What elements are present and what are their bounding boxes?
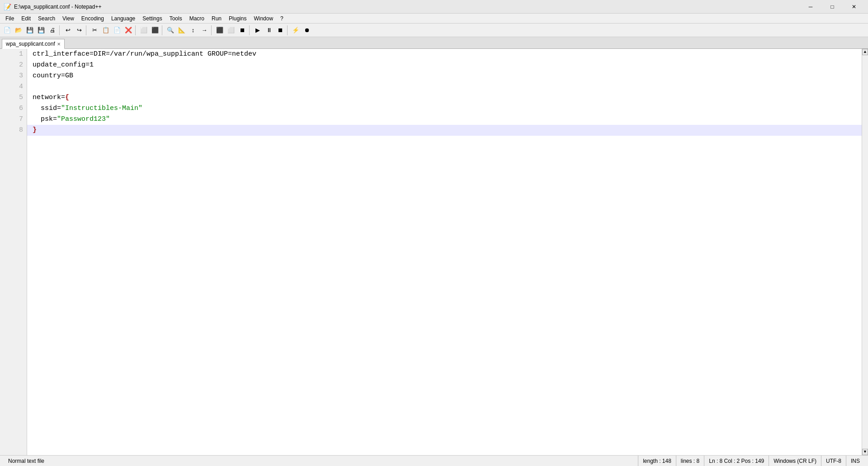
menu-item-encoding[interactable]: Encoding xyxy=(78,14,108,23)
menu-item-tools[interactable]: Tools xyxy=(166,14,186,23)
copy-toolbar-button[interactable]: 📋 xyxy=(100,25,111,36)
title-bar-left: 📝 E:\wpa_supplicant.conf - Notepad++ xyxy=(4,3,101,10)
minimize-button[interactable]: ─ xyxy=(800,0,821,14)
line-number-1: 1 xyxy=(0,49,27,60)
line-number-8: 8 xyxy=(0,125,27,136)
window-title: E:\wpa_supplicant.conf - Notepad++ xyxy=(14,4,101,10)
scrollbar-right[interactable]: ▲ ▼ xyxy=(862,49,868,455)
dedent-toolbar-button[interactable]: ⬛ xyxy=(150,25,160,36)
line-number-7: 7 xyxy=(0,114,27,125)
zoom-in-toolbar-button[interactable]: ⬛ xyxy=(214,25,225,36)
open-file-toolbar-button[interactable]: 📂 xyxy=(13,25,24,36)
menu-item-file[interactable]: File xyxy=(2,14,18,23)
tab-close-icon[interactable]: ✕ xyxy=(57,42,61,47)
maximize-button[interactable]: □ xyxy=(822,0,843,14)
file-tab[interactable]: wpa_supplicant.conf ✕ xyxy=(2,39,65,49)
new-file-toolbar-button[interactable]: 📄 xyxy=(2,25,13,36)
scroll-down-arrow[interactable]: ▼ xyxy=(862,449,868,455)
status-position: Ln : 8 Col : 2 Pos : 149 xyxy=(704,456,769,466)
line-number-6: 6 xyxy=(0,103,27,114)
toolbar-separator xyxy=(211,25,213,35)
menu-item-window[interactable]: Window xyxy=(250,14,277,23)
tab-filename: wpa_supplicant.conf xyxy=(6,41,55,47)
status-line-ending: Windows (CR LF) xyxy=(769,456,821,466)
indent-toolbar-button[interactable]: ⬜ xyxy=(138,25,149,36)
menu-bar: FileEditSearchViewEncodingLanguageSettin… xyxy=(0,14,868,24)
pause-toolbar-button[interactable]: ⏸ xyxy=(264,25,274,36)
menu-item-edit[interactable]: Edit xyxy=(18,14,34,23)
zoom-out-toolbar-button[interactable]: ⬜ xyxy=(226,25,236,36)
toolbar-separator xyxy=(135,25,137,35)
menu-item-?[interactable]: ? xyxy=(277,14,287,23)
menu-item-language[interactable]: Language xyxy=(108,14,139,23)
run-toolbar-button[interactable]: ▶ xyxy=(252,25,263,36)
restore-zoom-toolbar-button[interactable]: ⏹ xyxy=(237,25,248,36)
toolbar-separator xyxy=(59,25,61,35)
code-line-4[interactable] xyxy=(27,81,862,92)
menu-item-plugins[interactable]: Plugins xyxy=(225,14,250,23)
scroll-up-arrow[interactable]: ▲ xyxy=(862,49,868,55)
line-number-3: 3 xyxy=(0,71,27,81)
app-icon: 📝 xyxy=(4,3,11,10)
menu-item-macro[interactable]: Macro xyxy=(186,14,208,23)
menu-item-view[interactable]: View xyxy=(59,14,78,23)
macro-play-toolbar-button[interactable]: ⏺ xyxy=(302,25,312,36)
toolbar-separator xyxy=(249,25,251,35)
redo-toolbar-button[interactable]: ↪ xyxy=(74,25,85,36)
status-file-type: Normal text file xyxy=(4,456,638,466)
line-number-2: 2 xyxy=(0,60,27,71)
save-session-toolbar-button[interactable]: 💾 xyxy=(36,25,47,36)
paste-toolbar-button[interactable]: 📄 xyxy=(112,25,123,36)
find-toolbar-button[interactable]: 🔍 xyxy=(165,25,176,36)
stop-toolbar-button[interactable]: ⏹ xyxy=(275,25,286,36)
toolbar-separator xyxy=(86,25,88,35)
code-line-5[interactable]: network={ xyxy=(27,92,862,103)
status-encoding: UTF-8 xyxy=(821,456,846,466)
replace-toolbar-button[interactable]: 📐 xyxy=(176,25,187,36)
code-line-8[interactable]: } xyxy=(27,125,862,136)
status-mode: INS xyxy=(846,456,864,466)
toolbar-separator xyxy=(287,25,289,35)
tab-bar: wpa_supplicant.conf ✕ xyxy=(0,37,868,49)
find-next-toolbar-button[interactable]: → xyxy=(199,25,210,36)
window-controls: ─ □ ✕ xyxy=(800,0,864,14)
code-line-7[interactable]: psk="Password123" xyxy=(27,114,862,125)
code-line-1[interactable]: ctrl_interface=DIR=/var/run/wpa_supplica… xyxy=(27,49,862,60)
undo-toolbar-button[interactable]: ↩ xyxy=(62,25,73,36)
menu-item-search[interactable]: Search xyxy=(34,14,59,23)
macro-record-toolbar-button[interactable]: ⚡ xyxy=(290,25,301,36)
print-toolbar-button[interactable]: 🖨 xyxy=(47,25,58,36)
code-line-6[interactable]: ssid="Instructibles-Main" xyxy=(27,103,862,114)
toolbar-separator xyxy=(162,25,164,35)
title-bar: 📝 E:\wpa_supplicant.conf - Notepad++ ─ □… xyxy=(0,0,868,14)
scroll-track xyxy=(862,55,868,449)
line-number-5: 5 xyxy=(0,92,27,103)
status-lines: lines : 8 xyxy=(676,456,704,466)
code-line-3[interactable]: country=GB xyxy=(27,71,862,81)
status-bar: Normal text file length : 148 lines : 8 … xyxy=(0,455,868,466)
save-file-toolbar-button[interactable]: 💾 xyxy=(24,25,35,36)
cut-toolbar-button[interactable]: ✂ xyxy=(89,25,100,36)
find-prev-toolbar-button[interactable]: ↕ xyxy=(188,25,198,36)
code-area[interactable]: ctrl_interface=DIR=/var/run/wpa_supplica… xyxy=(27,49,862,455)
line-numbers: 12345678 xyxy=(0,49,27,455)
editor-container: 12345678 ctrl_interface=DIR=/var/run/wpa… xyxy=(0,49,868,455)
code-line-2[interactable]: update_config=1 xyxy=(27,60,862,71)
menu-item-run[interactable]: Run xyxy=(208,14,225,23)
line-number-4: 4 xyxy=(0,81,27,92)
menu-item-settings[interactable]: Settings xyxy=(139,14,165,23)
delete-toolbar-button[interactable]: ❌ xyxy=(123,25,134,36)
close-button[interactable]: ✕ xyxy=(844,0,864,14)
status-length: length : 148 xyxy=(638,456,676,466)
toolbar: 📄📂💾💾🖨↩↪✂📋📄❌⬜⬛🔍📐↕→⬛⬜⏹▶⏸⏹⚡⏺ xyxy=(0,24,868,37)
